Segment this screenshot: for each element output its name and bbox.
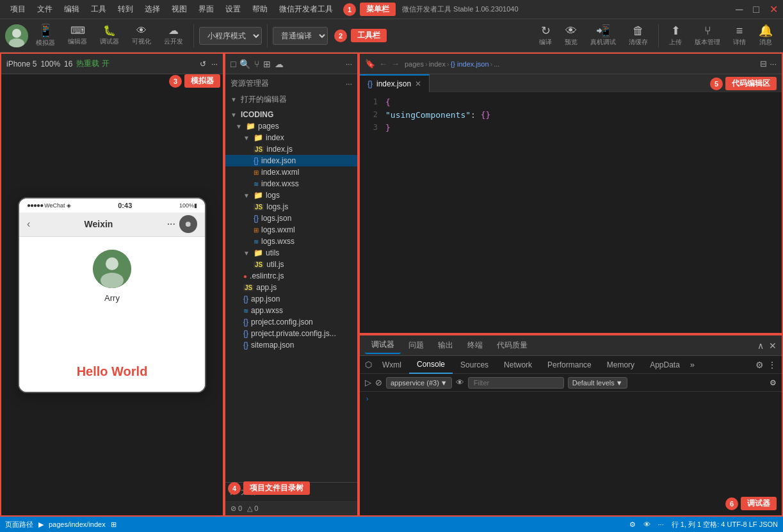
file-item-index-json[interactable]: {} index.json [225, 155, 357, 166]
tab-network[interactable]: Network [496, 356, 540, 374]
icoding-section[interactable]: ICODING [225, 109, 357, 120]
status-more-icon[interactable]: ··· [658, 520, 664, 528]
console-nav-icon[interactable]: ▷ [365, 378, 371, 387]
file-item-sitemap[interactable]: {} sitemap.json [225, 339, 357, 351]
file-item-index-wxss[interactable]: ≋ index.wxss [225, 178, 357, 189]
menu-item-help[interactable]: 帮助 [247, 3, 273, 16]
tab-memory[interactable]: Memory [599, 356, 642, 374]
status-copy-icon[interactable]: ⊞ [111, 520, 117, 529]
code-content[interactable]: 1 { 2 "usingComponents": {} 3 } [360, 92, 782, 333]
tab-code-quality[interactable]: 代码质量 [490, 337, 534, 353]
ft-icon-new[interactable]: □ [230, 59, 236, 69]
console-block-icon[interactable]: ⊘ [375, 378, 382, 387]
eye-icon[interactable]: 👁 [456, 378, 464, 387]
minimize-icon[interactable]: ─ [736, 4, 743, 15]
tab-debugger[interactable]: 调试器 [365, 337, 401, 354]
compile-select[interactable]: 普通编译 [273, 27, 328, 45]
editor-forward-icon[interactable]: → [391, 59, 400, 69]
preview-button[interactable]: 👁 预览 [560, 24, 583, 48]
menu-item-project[interactable]: 项目 [5, 3, 31, 16]
file-item-eslint[interactable]: ● .eslintrc.js [225, 270, 357, 282]
console-content[interactable]: › [360, 392, 782, 515]
status-eye-icon[interactable]: 👁 [643, 520, 650, 528]
upload-button[interactable]: ⬆ 上传 [664, 24, 687, 48]
menu-item-interface[interactable]: 界面 [193, 3, 219, 16]
status-page-path[interactable]: pages/index/index [49, 520, 106, 528]
default-levels-select[interactable]: Default levels ▼ [568, 377, 627, 389]
compile-action-button[interactable]: ↻ 编译 [534, 24, 557, 48]
file-item-logs-wxml[interactable]: ⊞ logs.wxml [225, 224, 357, 236]
file-item-utils-folder[interactable]: 📁 utils [225, 247, 357, 259]
menu-item-settings[interactable]: 设置 [220, 3, 246, 16]
menu-item-select[interactable]: 选择 [140, 3, 165, 16]
simulator-button[interactable]: 📱 模拟器 [31, 23, 60, 49]
tabs-more-icon[interactable]: » [688, 360, 697, 369]
editor-bookmark-icon[interactable]: 🔖 [365, 59, 375, 69]
message-button[interactable]: 🔔 消息 [754, 24, 778, 48]
tab-console[interactable]: Console [409, 356, 453, 374]
file-item-logs-json[interactable]: {} logs.json [225, 213, 357, 224]
console-settings-icon[interactable]: ⚙ [770, 378, 777, 387]
close-icon[interactable]: ✕ [770, 3, 778, 15]
record-icon[interactable]: ⏺ [179, 215, 197, 233]
editor-split-icon[interactable]: ⊟ [760, 59, 767, 69]
menu-item-edit[interactable]: 编辑 [59, 3, 85, 16]
file-item-app-js[interactable]: JS app.js [225, 282, 357, 293]
file-item-index-js[interactable]: JS index.js [225, 143, 357, 155]
ft-title-more[interactable]: ··· [346, 79, 352, 88]
hotreload-btn[interactable]: 热重载 开 [76, 58, 109, 69]
tab-terminal[interactable]: 终端 [461, 337, 489, 353]
tab-issues[interactable]: 问题 [402, 337, 430, 353]
tab-performance[interactable]: Performance [540, 356, 599, 374]
maximize-icon[interactable]: □ [753, 4, 759, 15]
devtools-more-icon[interactable]: ⋮ [768, 360, 777, 370]
menu-item-file[interactable]: 文件 [32, 3, 58, 16]
file-item-logs-js[interactable]: JS logs.js [225, 201, 357, 213]
appservice-select[interactable]: appservice (#3) ▼ [386, 377, 452, 389]
console-filter-input[interactable] [468, 377, 564, 389]
file-item-index-folder[interactable]: 📁 index [225, 132, 357, 143]
clear-cache-button[interactable]: 🗑 清缓存 [624, 24, 653, 48]
file-item-logs-folder[interactable]: 📁 logs [225, 189, 357, 201]
open-editors-section[interactable]: 打开的编辑器 [225, 93, 357, 106]
editor-button[interactable]: ⌨ 编辑器 [63, 24, 92, 47]
version-mgr-button[interactable]: ⑂ 版本管理 [690, 24, 725, 48]
close-debugger-icon[interactable]: ✕ [769, 341, 777, 351]
devtools-nav-btn[interactable]: ⬡ [362, 360, 375, 369]
tab-output[interactable]: 输出 [432, 337, 460, 353]
editor-tab-index-json[interactable]: {} index.json ✕ [360, 74, 430, 92]
file-item-app-json[interactable]: {} app.json [225, 293, 357, 305]
editor-more-icon[interactable]: ··· [770, 59, 777, 69]
details-button[interactable]: ≡ 详情 [728, 24, 751, 48]
expand-icon[interactable]: ∧ [757, 341, 764, 351]
devtools-settings-icon[interactable]: ⚙ [755, 360, 764, 370]
menu-item-wechat[interactable]: 微信开发者工具 [274, 3, 338, 16]
menu-item-goto[interactable]: 转到 [113, 3, 138, 16]
ft-icon-branch[interactable]: ⑂ [254, 59, 259, 69]
file-item-util-js[interactable]: JS util.js [225, 259, 357, 270]
wechat-more-icon[interactable]: ··· [167, 218, 175, 230]
cloud-button[interactable]: ☁ 云开发 [159, 24, 188, 47]
tab-wxml[interactable]: Wxml [375, 356, 409, 374]
rotate-icon[interactable]: ↺ [200, 60, 206, 69]
status-settings-icon[interactable]: ⚙ [629, 520, 636, 529]
mode-select[interactable]: 小程序模式 [199, 27, 262, 45]
file-item-index-wxml[interactable]: ⊞ index.wxml [225, 166, 357, 178]
file-item-project-config[interactable]: {} project.config.json [225, 316, 357, 328]
ft-icon-cloud[interactable]: ☁ [275, 59, 284, 69]
file-item-pages[interactable]: 📁 pages [225, 120, 357, 132]
ft-more-icon[interactable]: ··· [346, 60, 352, 69]
menu-item-view[interactable]: 视图 [166, 3, 192, 16]
ft-icon-refresh[interactable]: ⊞ [263, 59, 271, 69]
file-item-project-private[interactable]: {} project.private.config.js... [225, 328, 357, 339]
tab-close-icon[interactable]: ✕ [415, 79, 421, 88]
visual-button[interactable]: 👁 可视化 [127, 24, 156, 47]
menu-item-tools[interactable]: 工具 [86, 3, 111, 16]
real-debug-button[interactable]: 📲 真机调试 [585, 24, 621, 48]
tab-appdata[interactable]: AppData [642, 356, 688, 374]
file-item-logs-wxss[interactable]: ≋ logs.wxss [225, 236, 357, 247]
debugger-button[interactable]: 🐛 调试器 [95, 24, 124, 47]
editor-back-icon[interactable]: ← [379, 59, 387, 69]
user-avatar[interactable] [5, 24, 28, 47]
sim-more-icon[interactable]: ··· [211, 60, 218, 69]
